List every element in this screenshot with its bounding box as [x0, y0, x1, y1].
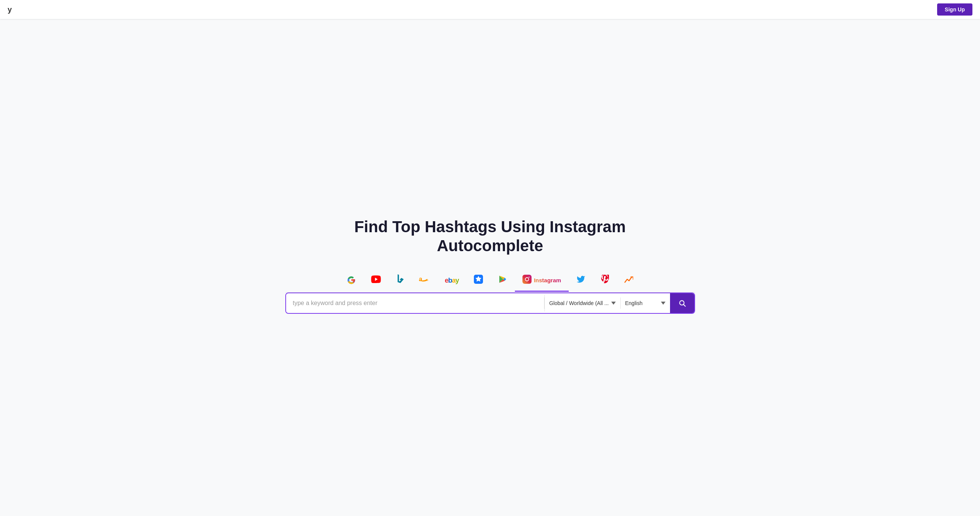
- tab-playstore[interactable]: [490, 271, 515, 292]
- search-input[interactable]: [286, 295, 544, 312]
- region-select[interactable]: Global / Worldwide (All ... United State…: [544, 295, 620, 312]
- header: y Sign Up: [0, 0, 980, 19]
- google-icon: [347, 276, 356, 285]
- trends-icon: [624, 276, 633, 285]
- svg-point-5: [528, 277, 529, 278]
- tab-google[interactable]: [339, 272, 363, 291]
- hero-title: Find Top Hashtags Using Instagram Autoco…: [320, 217, 661, 256]
- appstore-icon: [474, 275, 483, 285]
- instagram-tab-label: Instagram: [534, 277, 561, 283]
- language-select[interactable]: English Spanish French German Portuguese: [621, 295, 670, 312]
- tab-twitter[interactable]: [569, 271, 593, 292]
- playstore-icon: [498, 275, 507, 285]
- amazon-icon: a: [419, 275, 430, 285]
- tab-youtube[interactable]: [363, 272, 388, 291]
- tab-appstore[interactable]: [466, 271, 490, 292]
- platform-tabs: a ebay: [285, 271, 695, 293]
- instagram-icon: [522, 275, 531, 285]
- main-content: Find Top Hashtags Using Instagram Autoco…: [0, 0, 980, 516]
- tab-amazon[interactable]: a: [411, 271, 437, 292]
- twitter-icon: [576, 275, 585, 285]
- tab-instagram[interactable]: Instagram: [515, 271, 569, 292]
- tab-trends[interactable]: [617, 272, 641, 291]
- youtube-icon: [371, 276, 381, 285]
- search-icon: [678, 299, 686, 307]
- svg-line-7: [683, 305, 685, 307]
- tab-pinterest[interactable]: [593, 271, 617, 292]
- bing-icon: [396, 274, 404, 286]
- tab-ebay[interactable]: ebay: [437, 272, 466, 291]
- svg-rect-3: [522, 275, 531, 284]
- tab-bing[interactable]: [388, 271, 411, 292]
- ebay-icon: ebay: [445, 276, 459, 284]
- pinterest-icon: [601, 275, 609, 285]
- search-button[interactable]: [670, 293, 694, 313]
- signup-button[interactable]: Sign Up: [937, 3, 972, 16]
- header-logo: y: [8, 5, 12, 14]
- search-bar: Global / Worldwide (All ... United State…: [285, 293, 695, 314]
